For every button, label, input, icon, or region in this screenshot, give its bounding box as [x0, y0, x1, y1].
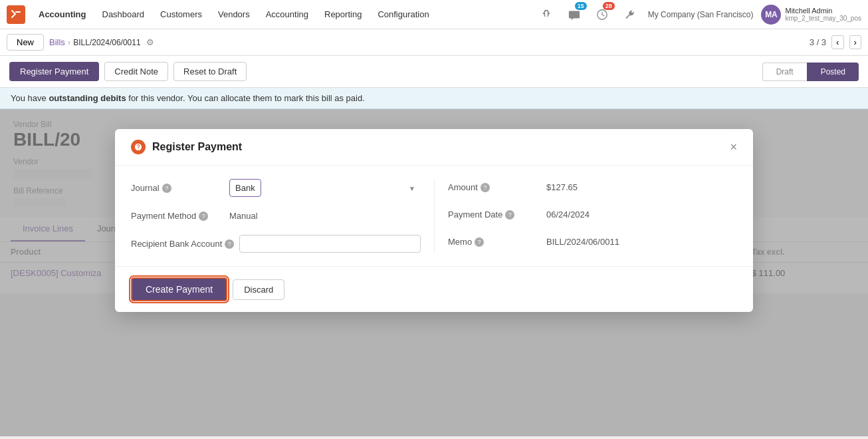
app-logo — [7, 5, 25, 24]
prev-record-button[interactable]: ‹ — [831, 35, 843, 49]
modal-close-button[interactable]: × — [730, 141, 737, 153]
breadcrumb-separator: › — [68, 37, 70, 47]
journal-row: Journal ? Bank ▼ — [131, 179, 421, 197]
nav-vendors[interactable]: Vendors — [211, 7, 257, 22]
record-navigation: 3 / 3 ‹ › — [810, 35, 861, 49]
memo-label: Memo ? — [448, 237, 541, 247]
status-posted[interactable]: Posted — [807, 63, 859, 81]
amount-row: Amount ? $127.65 — [448, 179, 737, 196]
banner-text-before: You have — [11, 93, 47, 103]
payment-date-row: Payment Date ? 06/24/2024 — [448, 206, 737, 223]
amount-label: Amount ? — [448, 182, 541, 192]
discard-button[interactable]: Discard — [233, 279, 284, 300]
user-env: kmp_2_test_may_30_pos — [785, 15, 861, 22]
user-avatar: MA — [761, 5, 781, 25]
status-draft[interactable]: Draft — [762, 63, 807, 81]
new-button[interactable]: New — [7, 34, 44, 51]
nav-configuration[interactable]: Configuration — [371, 7, 435, 22]
memo-help-icon: ? — [475, 237, 484, 247]
memo-row: Memo ? BILL/2024/06/0011 — [448, 233, 737, 250]
modal-title: Register Payment — [152, 141, 242, 153]
nav-accounting-sub[interactable]: Accounting — [259, 7, 315, 22]
journal-select-arrow-icon: ▼ — [409, 184, 415, 192]
reset-to-draft-button[interactable]: Reset to Draft — [173, 62, 247, 81]
user-info-block: Mitchell Admin kmp_2_test_may_30_pos — [785, 7, 861, 22]
payment-method-label: Payment Method ? — [131, 211, 224, 221]
modal-right-col: Amount ? $127.65 Payment Date ? 06/24/20 — [434, 179, 737, 253]
memo-value: BILL/2024/06/0011 — [546, 233, 737, 250]
payment-date-help-icon: ? — [505, 210, 514, 220]
journal-select[interactable]: Bank — [229, 179, 261, 197]
journal-help-icon: ? — [162, 184, 171, 193]
recipient-bank-label: Recipient Bank Account ? — [131, 239, 234, 249]
modal-left-col: Journal ? Bank ▼ — [131, 179, 434, 253]
payment-method-value: Manual — [229, 208, 421, 224]
top-navigation: Accounting Dashboard Customers Vendors A… — [0, 0, 868, 29]
payment-method-row: Payment Method ? Manual — [131, 208, 421, 224]
next-record-button[interactable]: › — [849, 35, 861, 49]
modal-form: Journal ? Bank ▼ — [131, 179, 737, 253]
credit-note-button[interactable]: Credit Note — [104, 62, 168, 81]
nav-reporting[interactable]: Reporting — [318, 7, 368, 22]
record-position: 3 / 3 — [810, 37, 826, 47]
modal-body: Journal ? Bank ▼ — [115, 166, 753, 266]
journal-select-wrapper[interactable]: Bank ▼ — [229, 179, 421, 197]
messages-badge: 15 — [575, 2, 587, 10]
activities-icon-btn[interactable]: 28 — [592, 5, 612, 25]
bug-icon-btn[interactable] — [536, 5, 556, 25]
user-area[interactable]: MA Mitchell Admin kmp_2_test_may_30_pos — [761, 5, 861, 25]
payment-date-value: 06/24/2024 — [546, 206, 737, 223]
amount-help-icon: ? — [481, 183, 490, 192]
nav-accounting[interactable]: Accounting — [32, 7, 93, 22]
recipient-bank-input[interactable] — [239, 235, 421, 253]
register-payment-modal: Register Payment × Journal ? — [115, 129, 753, 312]
modal-footer: Create Payment Discard — [115, 266, 753, 312]
user-name: Mitchell Admin — [785, 7, 861, 15]
status-bar: Draft Posted — [762, 63, 859, 81]
payment-method-help-icon: ? — [199, 212, 208, 221]
recipient-bank-help-icon: ? — [225, 239, 234, 249]
wrench-icon-btn[interactable] — [620, 5, 640, 25]
register-payment-button[interactable]: Register Payment — [9, 62, 99, 81]
recipient-bank-row: Recipient Bank Account ? — [131, 235, 421, 253]
sub-navigation: New Bills › BILL/2024/06/0011 ⚙ 3 / 3 ‹ … — [0, 29, 868, 56]
create-payment-button[interactable]: Create Payment — [131, 277, 227, 301]
payment-date-label: Payment Date ? — [448, 210, 541, 220]
activities-badge: 28 — [603, 2, 615, 10]
breadcrumb: Bills › BILL/2024/06/0011 ⚙ — [49, 37, 154, 47]
breadcrumb-current: BILL/2024/06/0011 — [73, 38, 140, 47]
outstanding-debits-banner: You have outstanding debits for this ven… — [0, 88, 868, 109]
banner-text-after: for this vendor. You can allocate them t… — [128, 93, 365, 103]
breadcrumb-bills-link[interactable]: Bills — [49, 37, 65, 47]
messages-icon-btn[interactable]: 15 — [564, 5, 584, 25]
modal-header: Register Payment × — [115, 129, 753, 166]
company-name: My Company (San Francisco) — [648, 10, 754, 19]
nav-dashboard[interactable]: Dashboard — [96, 7, 152, 22]
modal-overlay: Register Payment × Journal ? — [0, 109, 868, 436]
topnav-right: 15 28 My Company (San Francisco) MA Mitc… — [536, 5, 861, 25]
settings-gear-icon[interactable]: ⚙ — [146, 37, 154, 47]
action-bar: Register Payment Credit Note Reset to Dr… — [0, 56, 868, 88]
amount-value: $127.65 — [546, 179, 737, 196]
nav-customers[interactable]: Customers — [154, 7, 209, 22]
journal-label: Journal ? — [131, 183, 224, 193]
banner-highlight[interactable]: outstanding debits — [49, 93, 126, 103]
modal-icon — [131, 140, 146, 154]
